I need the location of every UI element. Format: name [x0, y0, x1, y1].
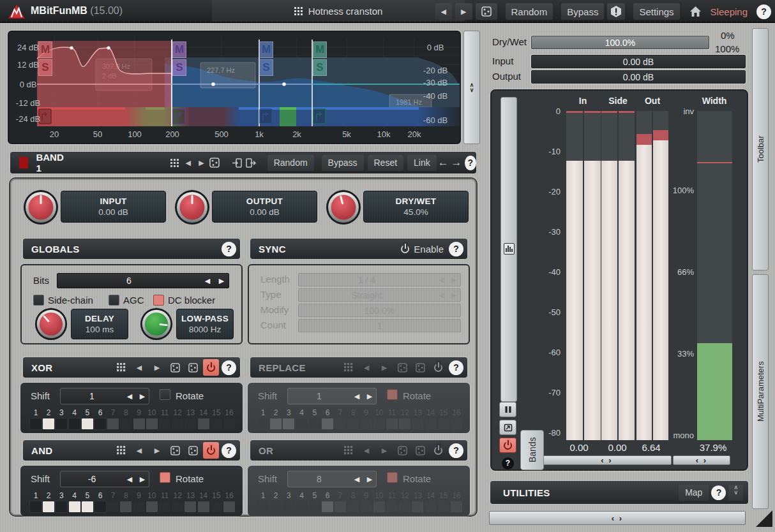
and-bit-5[interactable] [82, 501, 93, 512]
replace-rotate-checkbox[interactable] [387, 389, 398, 400]
drywet-knob[interactable] [326, 189, 361, 225]
replace-prev-icon[interactable]: ◀ [359, 360, 374, 375]
or-bit-9[interactable] [361, 501, 372, 512]
xor-presets-icon[interactable] [114, 360, 129, 375]
replace-bit-12[interactable] [399, 418, 410, 429]
xor-bit-11[interactable] [159, 418, 170, 429]
replace-random-icon[interactable] [395, 360, 410, 375]
and-bit-8[interactable] [120, 501, 132, 512]
sync-length-slider[interactable]: 1 / 4◀▶ [298, 273, 461, 286]
xor-random-icon[interactable] [167, 360, 183, 375]
band-random-icon[interactable] [208, 154, 222, 171]
or-bit-2[interactable] [270, 501, 282, 512]
replace-random2-icon[interactable] [412, 360, 428, 375]
pause-button[interactable] [499, 402, 516, 417]
xor-bit-10[interactable] [146, 418, 158, 429]
knob-value-panel[interactable]: INPUT0.00 dB [61, 191, 166, 223]
or-rotate-checkbox[interactable] [387, 472, 398, 483]
graph-zoom-strip[interactable]: ∧∨ [463, 31, 480, 144]
xor-bit-3[interactable] [56, 418, 67, 429]
band-random-button[interactable]: Random [267, 155, 314, 171]
band-link-button[interactable]: Link [407, 155, 437, 171]
xor-bit-5[interactable] [82, 418, 93, 429]
xor-help-button[interactable]: ? [222, 360, 236, 375]
and-bit-10[interactable] [146, 501, 158, 512]
knob-value-panel[interactable]: OUTPUT0.00 dB [212, 191, 317, 223]
or-shift-slider[interactable]: 8◀▶ [287, 471, 377, 487]
or-bit-10[interactable] [373, 501, 385, 512]
delay-knob[interactable] [34, 307, 68, 341]
or-presets-icon[interactable] [341, 443, 356, 458]
and-bit-3[interactable] [56, 501, 67, 512]
and-bit-16[interactable] [223, 501, 235, 512]
sync-count-slider[interactable]: 1 [298, 319, 461, 332]
resize-grip[interactable] [756, 510, 772, 527]
home-icon[interactable] [689, 6, 702, 17]
and-bit-1[interactable] [30, 501, 41, 512]
replace-bit-10[interactable] [373, 418, 385, 429]
xor-bit-16[interactable] [223, 418, 235, 429]
replace-bit-16[interactable] [451, 418, 462, 429]
or-next-icon[interactable]: ▶ [377, 443, 392, 458]
band-mid-marker[interactable]: M [38, 41, 52, 58]
replace-bit-3[interactable] [283, 418, 294, 429]
preset-selector[interactable]: Hotness cranston [212, 0, 465, 22]
band-help-button[interactable]: ? [465, 156, 476, 170]
xor-random2-icon[interactable] [185, 360, 200, 375]
or-bit-5[interactable] [309, 501, 320, 512]
and-bit-12[interactable] [172, 501, 183, 512]
xor-shift-slider[interactable]: 1◀▶ [60, 388, 149, 404]
xor-bit-9[interactable] [133, 418, 145, 429]
band-bypass-button[interactable]: Bypass [322, 155, 364, 171]
and-bit-4[interactable] [69, 501, 80, 512]
band-side-marker[interactable]: S [313, 59, 327, 76]
and-bit-7[interactable] [107, 501, 119, 512]
map-button[interactable]: Map [679, 485, 709, 501]
knob-value-panel[interactable]: DRY/WET45.0% [363, 191, 469, 223]
or-bit-3[interactable] [283, 501, 294, 512]
and-next-icon[interactable]: ▶ [149, 443, 165, 458]
toolbar-side-tab[interactable]: Toolbar [752, 28, 769, 270]
spectrum-graph[interactable]: 307.0 Hz2 dB227.7 Hz1981 Hz [8, 31, 461, 144]
or-bit-12[interactable] [399, 501, 410, 512]
band-next-icon[interactable]: ▶ [195, 154, 208, 171]
xor-bit-14[interactable] [198, 418, 209, 429]
sync-enable-button[interactable]: Enable [401, 244, 444, 255]
or-power-button[interactable] [430, 442, 446, 459]
replace-power-button[interactable] [430, 359, 446, 376]
status-sleeping[interactable]: Sleeping [705, 3, 753, 20]
xor-bit-1[interactable] [30, 418, 41, 429]
band-reset-button[interactable]: Reset [368, 155, 404, 171]
output-knob[interactable] [174, 189, 210, 225]
sync-modify-slider[interactable]: 100.0% [298, 304, 461, 317]
replace-bit-1[interactable] [257, 418, 269, 429]
or-bit-13[interactable] [412, 501, 423, 512]
band-undo-icon[interactable]: ← [437, 154, 450, 171]
and-random2-icon[interactable] [185, 443, 200, 458]
replace-next-icon[interactable]: ▶ [377, 360, 392, 375]
knob-value-panel[interactable]: DELAY100 ms [71, 309, 128, 339]
and-rotate-checkbox[interactable] [160, 472, 170, 483]
low-pass-knob[interactable] [140, 307, 173, 341]
and-bit-9[interactable] [133, 501, 145, 512]
xor-next-icon[interactable]: ▶ [149, 360, 165, 375]
xor-bit-2[interactable] [43, 418, 54, 429]
bypass-button[interactable]: Bypass [561, 3, 604, 20]
replace-bit-14[interactable] [425, 418, 437, 429]
help-button[interactable]: ? [756, 4, 771, 19]
band-side-marker[interactable]: S [259, 59, 273, 76]
or-bit-8[interactable] [347, 501, 359, 512]
xor-bit-6[interactable] [94, 418, 106, 429]
meters-help-button[interactable]: ? [499, 455, 516, 471]
band-side-marker[interactable]: S [172, 59, 186, 76]
output-slider[interactable]: 0.00 dB [531, 70, 746, 84]
and-bit-13[interactable] [184, 501, 196, 512]
or-bit-7[interactable] [335, 501, 346, 512]
side-chain-checkbox[interactable] [33, 295, 44, 306]
replace-bit-13[interactable] [412, 418, 423, 429]
or-bit-11[interactable] [386, 501, 398, 512]
and-bit-14[interactable] [198, 501, 209, 512]
band-prev-icon[interactable]: ◀ [181, 154, 195, 171]
warning-icon[interactable] [607, 3, 625, 20]
band-side-marker[interactable]: S [38, 59, 52, 76]
